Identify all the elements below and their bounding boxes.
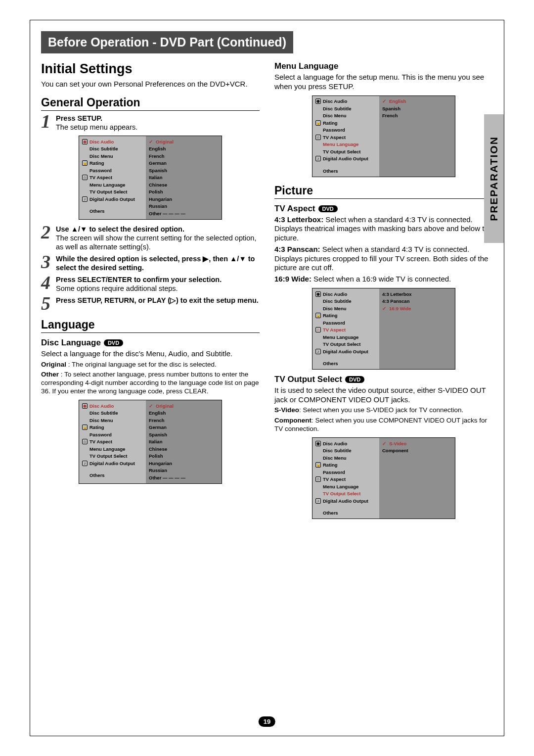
step-3-bold: While the desired option is selected, pr… <box>56 255 255 272</box>
setup-screenshot-4: ◉Disc Audio Disc Subtitle Disc Menu 🔒Rat… <box>312 288 455 370</box>
output-component-text: Component: Select when you use COMPONENT… <box>274 417 493 433</box>
output-svideo-text: S-Video: Select when you use S-VIDEO jac… <box>274 406 493 415</box>
step-5: 5 Press SETUP, RETURN, or PLAY (▷) to ex… <box>41 296 260 311</box>
step-number-2: 2 <box>41 225 54 239</box>
disc-other-text: Other : To select another language, pres… <box>41 371 260 396</box>
heading-initial-settings: Initial Settings <box>41 61 260 77</box>
disc-original-text: Original : The original language set for… <box>41 361 260 369</box>
step-4: 4 Press SELECT/ENTER to confirm your sel… <box>41 275 260 293</box>
menu-language-text: Select a language for the setup menu. Th… <box>274 73 493 92</box>
step-4-bold: Press SELECT/ENTER to confirm your selec… <box>56 276 222 284</box>
aspect-wide-text: 16:9 Wide: Select when a 16:9 wide TV is… <box>274 275 493 284</box>
step-1-text: The setup menu appears. <box>56 123 137 131</box>
step-3: 3 While the desired option is selected, … <box>41 254 260 272</box>
title-bar: Before Operation - DVD Part (Continued) <box>41 31 293 53</box>
side-tab-label: PREPARATION <box>488 136 500 221</box>
lock-icon: 🔒 <box>82 160 88 166</box>
step-number-3: 3 <box>41 254 54 269</box>
step-number-1: 1 <box>41 114 54 129</box>
heading-picture: Picture <box>274 184 493 199</box>
subheading-disc-language: Disc Language DVD <box>41 338 260 348</box>
setup-screenshot-3: ◉Disc Audio Disc Subtitle Disc Menu 🔒Rat… <box>312 95 455 177</box>
step-1: 1 Press SETUP. The setup menu appears. <box>41 114 260 132</box>
tv-icon: ⌂ <box>82 175 88 180</box>
step-number-5: 5 <box>41 296 54 311</box>
aspect-panscan-text: 4:3 Panscan: Select when a standard 4:3 … <box>274 245 493 273</box>
step-5-bold: Press SETUP, RETURN, or PLAY (▷) to exit… <box>56 296 259 304</box>
subheading-tv-output-select: TV Output Select DVD <box>274 375 493 384</box>
heading-general-operation: General Operation <box>41 96 260 111</box>
step-number-4: 4 <box>41 275 54 290</box>
output-select-text: It is used to select the video output so… <box>274 386 493 405</box>
setup-screenshot-1: ◉Disc Audio Disc Subtitle Disc Menu 🔒Rat… <box>79 136 222 220</box>
step-2-text: The screen will show the current setting… <box>56 234 256 251</box>
step-2: 2 Use ▲/▼ to select the desired option. … <box>41 225 260 251</box>
side-tab: PREPARATION <box>484 114 504 243</box>
left-column: Initial Settings You can set your own Pe… <box>41 57 260 524</box>
dvd-badge: DVD <box>104 339 123 346</box>
disc-language-text: Select a language for the disc's Menu, A… <box>41 349 260 359</box>
page-number: 19 <box>259 716 275 727</box>
setup-screenshot-5: ◉Disc Audio Disc Subtitle Disc Menu 🔒Rat… <box>312 437 455 519</box>
subheading-menu-language: Menu Language <box>274 61 493 71</box>
intro-text: You can set your own Personal Preference… <box>41 80 260 89</box>
step-1-bold: Press SETUP. <box>56 114 102 122</box>
aspect-letterbox-text: 4:3 Letterbox: Select when a standard 4:… <box>274 215 493 243</box>
disc-icon: ◉ <box>82 139 88 144</box>
right-column: Menu Language Select a language for the … <box>274 57 493 524</box>
audio-icon: ♪ <box>82 196 88 202</box>
subheading-tv-aspect: TV Aspect DVD <box>274 204 493 214</box>
dvd-badge: DVD <box>318 205 338 212</box>
heading-language: Language <box>41 318 260 333</box>
step-2-bold: Use ▲/▼ to select the desired option. <box>56 225 184 233</box>
dvd-badge: DVD <box>345 376 364 383</box>
step-4-text: Some options require additional steps. <box>56 284 178 292</box>
setup-screenshot-2: ◉Disc Audio Disc Subtitle Disc Menu 🔒Rat… <box>79 400 222 484</box>
